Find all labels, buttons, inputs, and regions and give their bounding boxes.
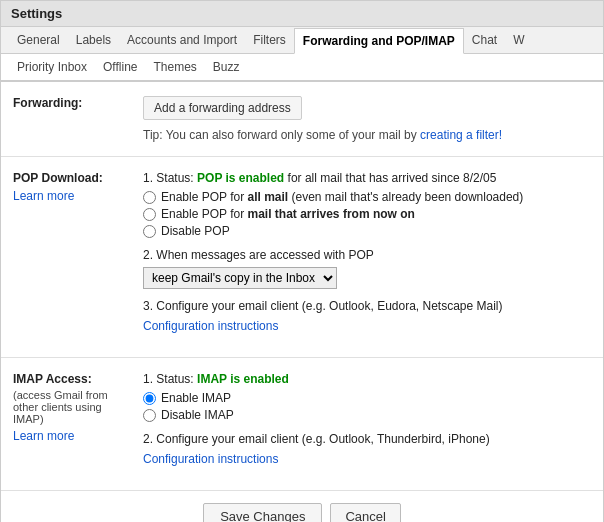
pop-step1: 1. Status: POP is enabled for all mail t… <box>143 171 591 238</box>
pop-config-link[interactable]: Configuration instructions <box>143 319 278 333</box>
imap-radio-enable[interactable] <box>143 392 156 405</box>
pop-step2-title: 2. When messages are accessed with POP <box>143 248 591 262</box>
imap-learn-more-link[interactable]: Learn more <box>13 429 133 443</box>
pop-radio-all[interactable] <box>143 191 156 204</box>
footer: Save Changes Cancel <box>1 491 603 522</box>
forwarding-label: Forwarding: <box>13 96 143 142</box>
pop-content: 1. Status: POP is enabled for all mail t… <box>143 171 591 343</box>
subtab-priority-inbox[interactable]: Priority Inbox <box>9 54 95 80</box>
pop-label-area: POP Download: Learn more <box>13 171 143 343</box>
window-title: Settings <box>11 6 62 21</box>
sub-nav: Priority Inbox Offline Themes Buzz <box>1 54 603 82</box>
pop-learn-more-link[interactable]: Learn more <box>13 189 133 203</box>
tab-general[interactable]: General <box>9 27 68 53</box>
tab-filters[interactable]: Filters <box>245 27 294 53</box>
main-nav: General Labels Accounts and Import Filte… <box>1 27 603 54</box>
pop-label: POP Download: <box>13 171 103 185</box>
pop-step3-label: 3. Configure your email client <box>143 299 298 313</box>
pop-download-section: POP Download: Learn more 1. Status: POP … <box>1 157 603 358</box>
imap-step1-title: 1. Status: IMAP is enabled <box>143 372 591 386</box>
imap-step2: 2. Configure your email client (e.g. Out… <box>143 432 591 466</box>
forwarding-section: Forwarding: Add a forwarding address Tip… <box>1 82 603 157</box>
imap-step2-label: 2. Configure your email client <box>143 432 298 446</box>
creating-filter-link[interactable]: creating a filter! <box>420 128 502 142</box>
imap-step1: 1. Status: IMAP is enabled Enable IMAP D… <box>143 372 591 422</box>
imap-status-text: IMAP is enabled <box>197 372 289 386</box>
subtab-offline[interactable]: Offline <box>95 54 145 80</box>
pop-step1-label: 1. Status: <box>143 171 194 185</box>
tab-accounts[interactable]: Accounts and Import <box>119 27 245 53</box>
tip-text: Tip: You can also forward only some of y… <box>143 128 417 142</box>
pop-option-disable: Disable POP <box>143 224 591 238</box>
title-bar: Settings <box>1 1 603 27</box>
pop-action-dropdown[interactable]: keep Gmail's copy in the Inbox mark Gmai… <box>143 267 337 289</box>
pop-step3: 3. Configure your email client (e.g. Out… <box>143 299 591 333</box>
cancel-button[interactable]: Cancel <box>330 503 400 522</box>
pop-option-all-mail: Enable POP for all mail (even mail that'… <box>143 190 591 204</box>
tab-more[interactable]: W <box>505 27 532 53</box>
pop-step3-title: 3. Configure your email client (e.g. Out… <box>143 299 591 313</box>
pop-step2: 2. When messages are accessed with POP k… <box>143 248 591 289</box>
imap-sub-text: (access Gmail from other clients using I… <box>13 389 133 425</box>
imap-label-area: IMAP Access: (access Gmail from other cl… <box>13 372 143 476</box>
imap-enable-label: Enable IMAP <box>161 391 231 405</box>
pop-step3-suffix: (e.g. Outlook, Eudora, Netscape Mail) <box>302 299 503 313</box>
save-changes-button[interactable]: Save Changes <box>203 503 322 522</box>
imap-step2-suffix: (e.g. Outlook, Thunderbird, iPhone) <box>302 432 490 446</box>
subtab-buzz[interactable]: Buzz <box>205 54 248 80</box>
pop-radio-from-now[interactable] <box>143 208 156 221</box>
imap-step2-title: 2. Configure your email client (e.g. Out… <box>143 432 591 446</box>
forwarding-content: Add a forwarding address Tip: You can al… <box>143 96 591 142</box>
pop-dropdown-wrap: keep Gmail's copy in the Inbox mark Gmai… <box>143 267 591 289</box>
pop-status-suffix: for all mail that has arrived since 8/2/… <box>288 171 497 185</box>
imap-option-enable: Enable IMAP <box>143 391 591 405</box>
tab-forwarding[interactable]: Forwarding and POP/IMAP <box>294 28 464 54</box>
imap-option-disable: Disable IMAP <box>143 408 591 422</box>
imap-label: IMAP Access: <box>13 372 92 386</box>
imap-content: 1. Status: IMAP is enabled Enable IMAP D… <box>143 372 591 476</box>
pop-status-text: POP is enabled <box>197 171 284 185</box>
imap-disable-label: Disable IMAP <box>161 408 234 422</box>
forwarding-tip: Tip: You can also forward only some of y… <box>143 128 591 142</box>
pop-option-from-now: Enable POP for mail that arrives from no… <box>143 207 591 221</box>
imap-config-link[interactable]: Configuration instructions <box>143 452 278 466</box>
subtab-themes[interactable]: Themes <box>146 54 205 80</box>
pop-step1-title: 1. Status: POP is enabled for all mail t… <box>143 171 591 185</box>
add-forwarding-button[interactable]: Add a forwarding address <box>143 96 302 120</box>
tab-labels[interactable]: Labels <box>68 27 119 53</box>
pop-radio-disable[interactable] <box>143 225 156 238</box>
settings-window: Settings General Labels Accounts and Imp… <box>0 0 604 522</box>
settings-content: Forwarding: Add a forwarding address Tip… <box>1 82 603 522</box>
imap-radio-disable[interactable] <box>143 409 156 422</box>
imap-section: IMAP Access: (access Gmail from other cl… <box>1 358 603 491</box>
pop-disable-label: Disable POP <box>161 224 230 238</box>
tab-chat[interactable]: Chat <box>464 27 505 53</box>
imap-step1-label: 1. Status: <box>143 372 194 386</box>
